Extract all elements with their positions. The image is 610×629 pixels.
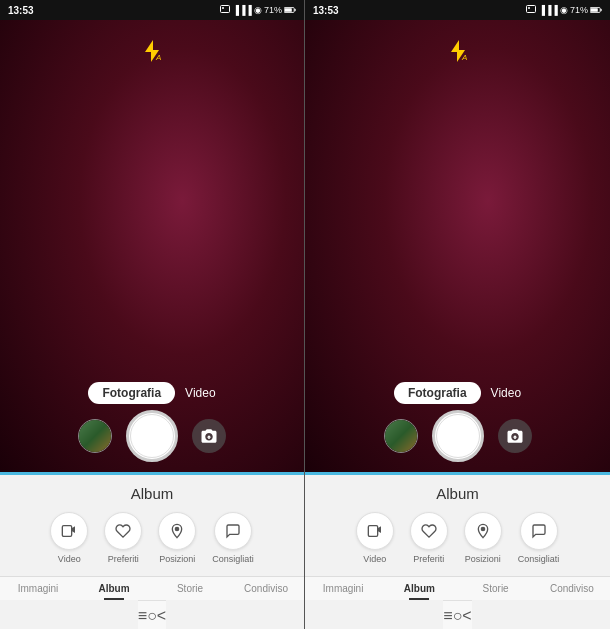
- flash-svg: A: [143, 40, 161, 62]
- wifi-icon: ◉: [560, 5, 568, 15]
- gallery-title: Album: [436, 485, 479, 502]
- battery-percent: 71%: [570, 5, 588, 15]
- heart-icon: [115, 523, 131, 539]
- camera-switch-button[interactable]: [192, 419, 226, 453]
- wifi-icon: ◉: [254, 5, 262, 15]
- album-icon-circle-preferiti: [104, 512, 142, 550]
- camera-view: A Fotografia Video: [305, 20, 610, 472]
- svg-point-17: [481, 527, 484, 530]
- mode-selector: Fotografia Video: [394, 382, 521, 404]
- photo-icon: [525, 4, 537, 16]
- shutter-inner: [436, 414, 480, 458]
- nav-home-icon[interactable]: ○: [147, 607, 157, 625]
- nav-bar: ≡ ○ <: [443, 600, 471, 629]
- gallery-thumbnail[interactable]: [384, 419, 418, 453]
- tab-storie[interactable]: Storie: [458, 577, 534, 600]
- status-time: 13:53: [313, 5, 339, 16]
- svg-rect-16: [368, 526, 377, 537]
- mode-selector: Fotografia Video: [88, 382, 215, 404]
- album-icon-consigliati[interactable]: Consigliati: [518, 512, 560, 564]
- album-icon-preferiti[interactable]: Preferiti: [104, 512, 142, 564]
- signal-icon: ▐▐▐: [233, 5, 252, 15]
- thumbnail-image: [385, 420, 417, 452]
- album-icon-posizioni[interactable]: Posizioni: [464, 512, 502, 564]
- album-icons-row: Video Preferiti Posizioni: [356, 512, 560, 564]
- bottom-tabs: Immagini Album Storie Condiviso: [0, 576, 304, 600]
- album-icon-label-preferiti: Preferiti: [108, 554, 139, 564]
- shutter-button[interactable]: [432, 410, 484, 462]
- phone-left: 13:53 ▐▐▐ ◉ 71% A Fotografia: [0, 0, 305, 629]
- status-icons: ▐▐▐ ◉ 71%: [219, 4, 296, 16]
- album-icon-posizioni[interactable]: Posizioni: [158, 512, 196, 564]
- heart-icon: [421, 523, 437, 539]
- album-icon-circle-video: [356, 512, 394, 550]
- album-icon-label-video: Video: [363, 554, 386, 564]
- shutter-inner: [130, 414, 174, 458]
- album-icon-label-consigliati: Consigliati: [212, 554, 254, 564]
- gallery-thumbnail[interactable]: [78, 419, 112, 453]
- album-icon-label-posizioni: Posizioni: [465, 554, 501, 564]
- album-icon-circle-preferiti: [410, 512, 448, 550]
- svg-rect-3: [295, 9, 296, 11]
- album-icon-video[interactable]: Video: [50, 512, 88, 564]
- svg-point-8: [176, 527, 179, 530]
- mode-video[interactable]: Video: [185, 386, 215, 400]
- shutter-button[interactable]: [126, 410, 178, 462]
- album-icon-label-video: Video: [58, 554, 81, 564]
- bottom-tabs: Immagini Album Storie Condiviso: [305, 576, 610, 600]
- status-icons: ▐▐▐ ◉ 71%: [525, 4, 602, 16]
- nav-menu-icon[interactable]: ≡: [443, 607, 452, 625]
- camera-switch-icon: [200, 427, 218, 445]
- gallery-section: Album Video Preferiti: [0, 475, 304, 629]
- album-icon-video[interactable]: Video: [356, 512, 394, 564]
- album-icon-circle-consigliati: [520, 512, 558, 550]
- tab-album[interactable]: Album: [381, 577, 457, 600]
- album-icons-row: Video Preferiti Posizioni: [50, 512, 254, 564]
- gallery-section: Album Video Preferiti: [305, 475, 610, 629]
- signal-icon: ▐▐▐: [539, 5, 558, 15]
- svg-point-10: [528, 7, 530, 9]
- album-icon-label-consigliati: Consigliati: [518, 554, 560, 564]
- mode-video[interactable]: Video: [491, 386, 521, 400]
- gallery-title: Album: [131, 485, 174, 502]
- camera-switch-icon: [506, 427, 524, 445]
- status-bar: 13:53 ▐▐▐ ◉ 71%: [305, 0, 610, 20]
- status-bar: 13:53 ▐▐▐ ◉ 71%: [0, 0, 304, 20]
- chat-icon: [531, 523, 547, 539]
- tab-album[interactable]: Album: [76, 577, 152, 600]
- camera-controls: Fotografia Video: [0, 374, 304, 472]
- album-icon-consigliati[interactable]: Consigliati: [212, 512, 254, 564]
- camera-buttons: [384, 410, 532, 462]
- camera-switch-button[interactable]: [498, 419, 532, 453]
- mode-fotografia[interactable]: Fotografia: [88, 382, 175, 404]
- nav-home-icon[interactable]: ○: [453, 607, 463, 625]
- camera-view: A Fotografia Video: [0, 20, 304, 472]
- nav-menu-icon[interactable]: ≡: [138, 607, 147, 625]
- tab-condiviso[interactable]: Condiviso: [228, 577, 304, 600]
- album-icon-circle-posizioni: [464, 512, 502, 550]
- svg-rect-12: [601, 9, 602, 11]
- album-icon-label-preferiti: Preferiti: [413, 554, 444, 564]
- chat-icon: [225, 523, 241, 539]
- tab-condiviso[interactable]: Condiviso: [534, 577, 610, 600]
- thumbnail-image: [79, 420, 111, 452]
- battery-icon: [284, 4, 296, 16]
- nav-back-icon[interactable]: <: [157, 607, 166, 625]
- album-icon-label-posizioni: Posizioni: [159, 554, 195, 564]
- album-icon-preferiti[interactable]: Preferiti: [410, 512, 448, 564]
- svg-rect-13: [591, 8, 598, 12]
- mode-fotografia[interactable]: Fotografia: [394, 382, 481, 404]
- svg-rect-4: [285, 8, 292, 12]
- svg-text:A: A: [461, 53, 467, 62]
- flash-icon[interactable]: A: [143, 40, 161, 67]
- video-icon: [61, 523, 77, 539]
- photo-icon: [219, 4, 231, 16]
- phones-container: 13:53 ▐▐▐ ◉ 71% A Fotografia: [0, 0, 610, 629]
- tab-storie[interactable]: Storie: [152, 577, 228, 600]
- location-icon: [475, 523, 491, 539]
- flash-icon[interactable]: A: [449, 40, 467, 67]
- tab-immagini[interactable]: Immagini: [305, 577, 381, 600]
- status-time: 13:53: [8, 5, 34, 16]
- tab-immagini[interactable]: Immagini: [0, 577, 76, 600]
- nav-back-icon[interactable]: <: [462, 607, 471, 625]
